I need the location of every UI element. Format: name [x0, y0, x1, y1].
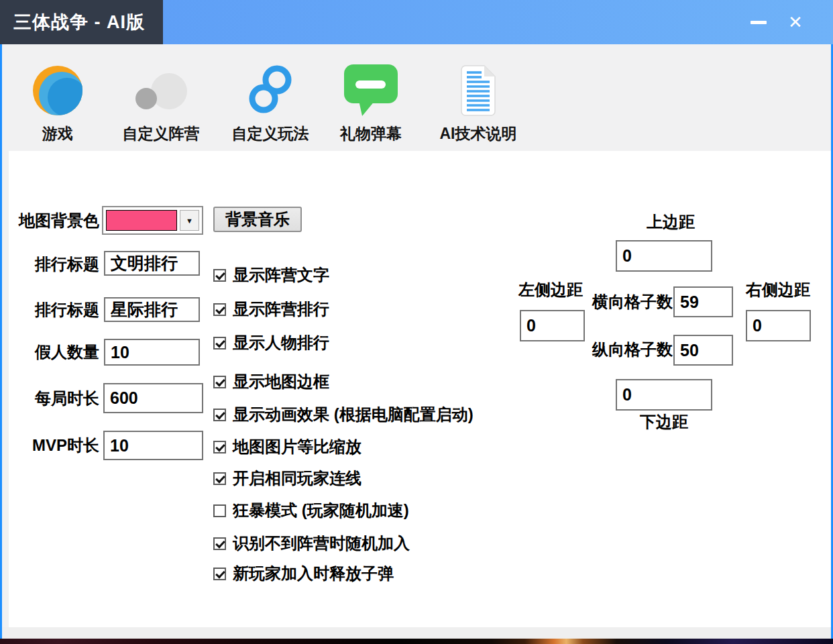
toolbar-item-label: 礼物弹幕	[340, 123, 402, 144]
checkbox-same-player-link[interactable]: 开启相同玩家连线	[213, 470, 362, 487]
left-margin-input[interactable]	[520, 310, 585, 341]
toolbar-item-label: AI技术说明	[440, 123, 517, 144]
checkbox-random-join[interactable]: 识别不到阵营时随机加入	[213, 535, 410, 552]
checkbox-box[interactable]	[213, 568, 226, 580]
left-margin-label: 左侧边距	[514, 279, 588, 301]
checkbox-show-map-border[interactable]: 显示地图边框	[213, 373, 329, 390]
mvp-duration-input[interactable]	[103, 431, 203, 460]
color-swatch	[106, 210, 177, 231]
checkbox-label: 显示动画效果 (根据电脑配置启动)	[233, 404, 474, 425]
game-sphere-icon	[33, 62, 82, 119]
bottom-margin-input[interactable]	[616, 379, 712, 411]
checkbox-label: 地图图片等比缩放	[233, 436, 362, 458]
checkbox-box[interactable]	[213, 472, 226, 485]
close-icon: ✕	[788, 13, 803, 31]
rank-title-input-1[interactable]	[104, 251, 200, 276]
v-grid-count-input[interactable]	[673, 335, 733, 366]
checkbox-label: 显示地图边框	[233, 371, 329, 392]
checkbox-show-faction-text[interactable]: 显示阵营文字	[213, 266, 329, 284]
dummy-count-label: 假人数量	[0, 341, 99, 363]
desktop-background-strip	[0, 639, 833, 644]
checkbox-box[interactable]	[213, 337, 226, 350]
checkbox-box[interactable]	[213, 537, 226, 550]
checkbox-label: 显示阵营排行	[233, 299, 329, 320]
checkbox-box[interactable]	[213, 269, 226, 282]
toolbar-item-custom-gameplay[interactable]: 自定义玩法	[220, 62, 321, 148]
title-tab: 三体战争 - AI版	[0, 0, 163, 44]
checkbox-label: 显示人物排行	[233, 332, 329, 354]
cloud-icon	[135, 62, 187, 119]
h-grid-count-label: 横向格子数	[592, 291, 673, 313]
checkbox-berserk-mode[interactable]: 狂暴模式 (玩家随机加速)	[213, 502, 409, 519]
round-duration-label: 每局时长	[0, 388, 99, 409]
rank-title-input-2[interactable]	[104, 297, 200, 322]
chevron-down-icon: ▼	[186, 217, 193, 225]
document-icon	[459, 62, 498, 119]
right-margin-label: 右侧边距	[741, 279, 815, 301]
top-margin-input[interactable]	[616, 240, 712, 272]
checkbox-show-faction-rank[interactable]: 显示阵营排行	[213, 301, 329, 318]
right-margin-input[interactable]	[746, 310, 811, 341]
map-bg-color-label: 地图背景色	[0, 210, 99, 231]
v-grid-count-label: 纵向格子数	[592, 339, 673, 360]
checkbox-box[interactable]	[213, 504, 226, 517]
h-grid-count-input[interactable]	[673, 286, 733, 317]
toolbar-item-gift-danmaku[interactable]: 礼物弹幕	[321, 62, 421, 148]
checkbox-label: 识别不到阵营时随机加入	[233, 533, 410, 554]
toolbar-item-custom-factions[interactable]: 自定义阵营	[111, 62, 211, 148]
checkbox-label: 开启相同玩家连线	[233, 468, 362, 489]
round-duration-input[interactable]	[103, 383, 203, 413]
bgm-button[interactable]: 背景音乐	[213, 207, 302, 232]
toolbar-item-label: 自定义阵营	[123, 123, 200, 144]
chain-link-icon	[243, 62, 297, 119]
mvp-duration-label: MVP时长	[0, 435, 99, 456]
toolbar-item-ai-description[interactable]: AI技术说明	[428, 62, 529, 148]
minimize-button[interactable]	[742, 8, 775, 36]
checkbox-label: 新玩家加入时释放子弹	[233, 563, 394, 584]
checkbox-box[interactable]	[213, 303, 226, 316]
toolbar-item-label: 自定义玩法	[232, 123, 309, 144]
chat-bubble-icon	[343, 62, 399, 119]
checkbox-label: 狂暴模式 (玩家随机加速)	[233, 500, 409, 521]
toolbar-item-label: 游戏	[42, 123, 73, 144]
dummy-count-input[interactable]	[104, 339, 200, 366]
checkbox-map-image-scale[interactable]: 地图图片等比缩放	[213, 438, 362, 455]
checkbox-box[interactable]	[213, 441, 226, 453]
toolbar-item-game[interactable]: 游戏	[7, 62, 108, 148]
checkbox-show-player-rank[interactable]: 显示人物排行	[213, 334, 329, 352]
top-margin-label: 上边距	[620, 211, 721, 233]
checkbox-box[interactable]	[213, 376, 226, 388]
checkbox-box[interactable]	[213, 409, 226, 421]
checkbox-label: 显示阵营文字	[233, 264, 329, 286]
minimize-icon	[751, 21, 767, 24]
dropdown-button[interactable]: ▼	[180, 210, 199, 231]
rank-title-label-2: 排行标题	[0, 299, 99, 321]
checkbox-new-player-bullet[interactable]: 新玩家加入时释放子弹	[213, 565, 394, 582]
bottom-margin-label: 下边距	[616, 411, 712, 433]
checkbox-show-animation[interactable]: 显示动画效果 (根据电脑配置启动)	[213, 406, 474, 423]
app-window: 三体战争 - AI版 ✕ 游戏	[0, 0, 833, 644]
window-title: 三体战争 - AI版	[13, 10, 145, 34]
close-button[interactable]: ✕	[778, 7, 813, 38]
statusbar	[2, 627, 831, 639]
rank-title-label-1: 排行标题	[0, 254, 99, 275]
titlebar: 三体战争 - AI版 ✕	[0, 0, 833, 44]
map-bg-color-select[interactable]: ▼	[102, 206, 203, 235]
